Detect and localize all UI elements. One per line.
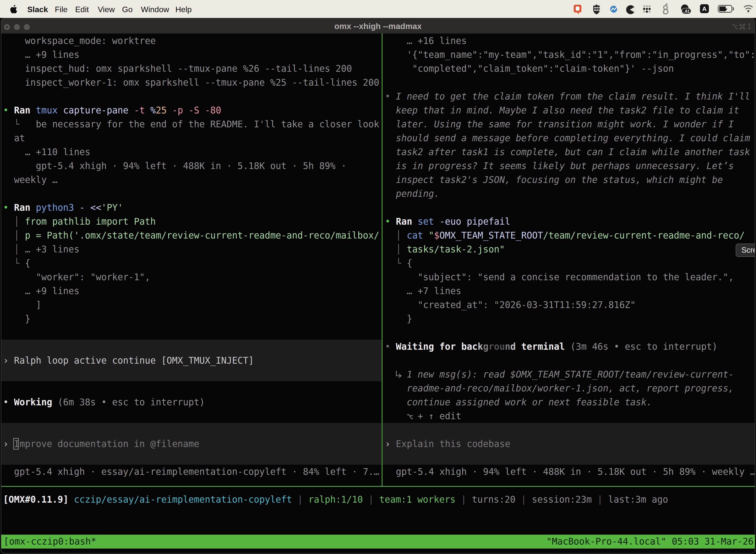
svg-text:A: A <box>702 5 707 12</box>
svg-text:..61: ..61 <box>683 9 690 13</box>
